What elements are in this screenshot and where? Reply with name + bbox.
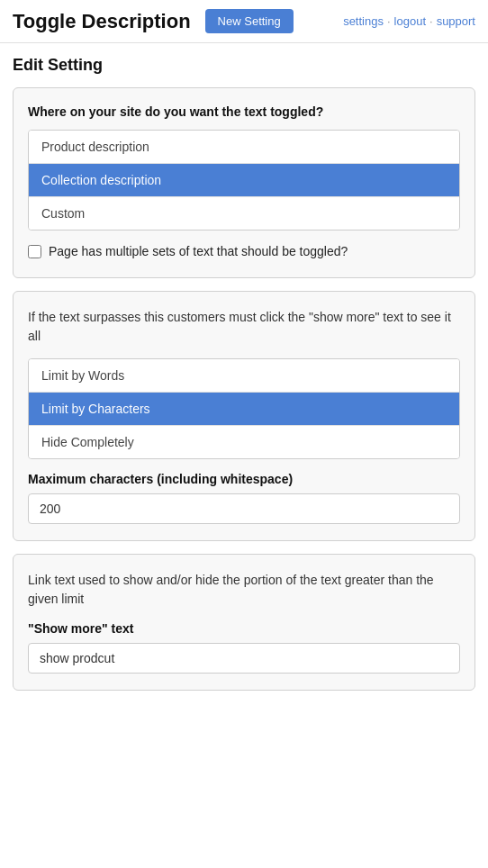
limit-description: If the text surpasses this customers mus…: [28, 308, 460, 346]
settings-link[interactable]: settings: [343, 14, 384, 28]
multiple-sets-label: Page has multiple sets of text that shou…: [49, 243, 348, 261]
show-more-label: "Show more" text: [28, 621, 460, 636]
page-subtitle: Edit Setting: [13, 56, 475, 75]
page-content: Edit Setting Where on your site do you w…: [0, 43, 488, 716]
option-custom[interactable]: Custom: [29, 197, 459, 230]
location-options: Product description Collection descripti…: [28, 130, 460, 231]
option-hide-completely[interactable]: Hide Completely: [29, 426, 459, 458]
option-product-description[interactable]: Product description: [29, 131, 459, 164]
option-limit-words[interactable]: Limit by Words: [29, 359, 459, 393]
separator-1: ·: [387, 14, 391, 28]
section-link-text: Link text used to show and/or hide the p…: [13, 554, 475, 691]
option-collection-description[interactable]: Collection description: [29, 164, 459, 197]
logout-link[interactable]: logout: [394, 14, 426, 28]
limit-options: Limit by Words Limit by Characters Hide …: [28, 358, 460, 459]
max-chars-input[interactable]: [28, 493, 460, 524]
multiple-sets-checkbox[interactable]: [28, 245, 41, 258]
location-question: Where on your site do you want the text …: [28, 104, 460, 119]
new-setting-button[interactable]: New Setting: [205, 9, 294, 33]
page-header: Toggle Description New Setting settings …: [0, 0, 488, 43]
support-link[interactable]: support: [437, 14, 475, 28]
multiple-sets-row: Page has multiple sets of text that shou…: [28, 243, 460, 261]
section-location: Where on your site do you want the text …: [13, 87, 475, 278]
page-title: Toggle Description: [13, 10, 191, 33]
section-limit: If the text surpasses this customers mus…: [13, 291, 475, 541]
max-chars-label: Maximum characters (including whitespace…: [28, 472, 460, 486]
link-text-description: Link text used to show and/or hide the p…: [28, 571, 460, 609]
show-more-input[interactable]: [28, 643, 460, 674]
option-limit-characters[interactable]: Limit by Characters: [29, 393, 459, 426]
separator-2: ·: [429, 14, 433, 28]
header-links: settings · logout · support: [343, 14, 475, 28]
